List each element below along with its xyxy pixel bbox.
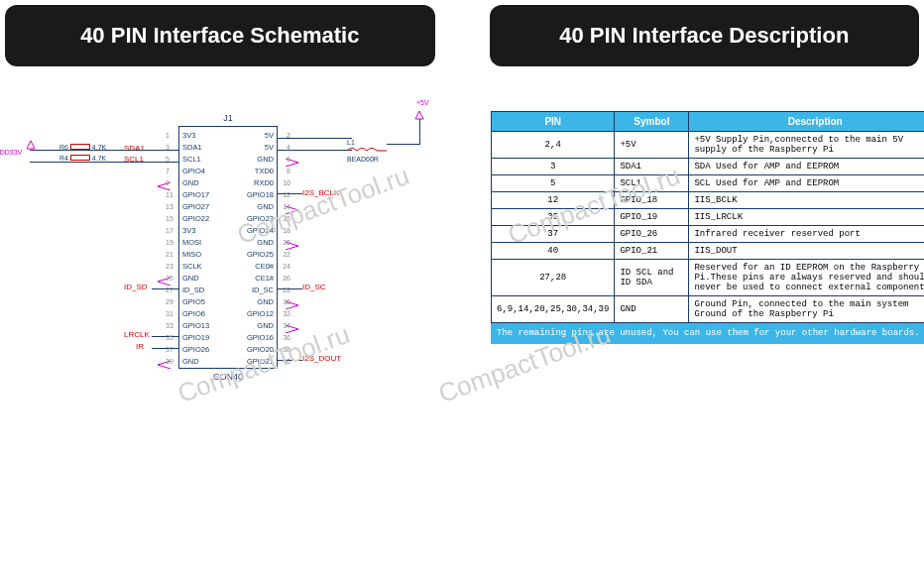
- header-schematic: 40 PIN Interface Schematic: [5, 5, 435, 66]
- pin-row: 13V35V2: [179, 129, 277, 141]
- table-row: 40GPIO_21IIS_DOUT: [492, 243, 925, 260]
- pin-row: 3SDA15V4: [179, 141, 277, 153]
- inductor-l1: L1 BEAD60R: [347, 139, 387, 163]
- table-row: 3SDA1SDA Used for AMP and EEPROM: [492, 159, 925, 175]
- note-cell: The remaining pins are unused, You can u…: [492, 323, 925, 344]
- pin-row: 27ID_SDID_SC28: [179, 284, 277, 295]
- net-sda1: SDA1: [124, 144, 145, 153]
- pin-row: 15GPIO22GPIO2316: [179, 212, 277, 224]
- pin-row: 21MISOGPIO2522: [179, 248, 277, 260]
- cell-symbol: SCL1: [615, 175, 689, 192]
- cell-desc: IIS_BCLK: [689, 192, 924, 209]
- wire: [419, 119, 420, 145]
- table-row: 35GPIO_19IIS_LRCLK: [492, 209, 925, 226]
- table-row: 2,4+5V+5V Supply Pin,connected to the ma…: [492, 132, 925, 159]
- cell-desc: IIS_DOUT: [689, 243, 924, 260]
- table-row: 37GPIO_26Infrared receiver reserved port: [492, 226, 925, 243]
- cell-pin: 37: [492, 226, 615, 243]
- cell-desc: Infrared receiver reserved port: [689, 226, 924, 243]
- net-id-sc: ID_SC: [302, 283, 326, 291]
- cell-symbol: SDA1: [615, 159, 689, 175]
- pin-row: 25GNDCE1#26: [179, 272, 277, 284]
- cell-pin: 12: [492, 192, 615, 209]
- table-row: 5SCL1SCL Used for AMP and EEPROM: [492, 175, 925, 192]
- pin-row: 35GPIO19GPIO1636: [179, 331, 277, 343]
- cell-symbol: GND: [615, 296, 689, 323]
- pin-row: 37GPIO26GPIO2038: [179, 343, 277, 355]
- net-lrclk: LRCLK: [124, 330, 150, 339]
- cell-pin: 27,28: [492, 260, 615, 296]
- table-row: 6,9,14,20,25,30,34,39GNDGround Pin, conn…: [492, 296, 925, 323]
- wire: [30, 150, 178, 151]
- description-panel: CompactTool.ru CompactTool.ru PIN Symbol…: [491, 111, 924, 389]
- pin-row: 39GNDGPIO2140: [179, 355, 277, 367]
- cell-desc: SDA Used for AMP and EEPROM: [689, 159, 924, 175]
- connector-type: CON40: [213, 372, 243, 382]
- cell-symbol: ID SCL and ID SDA: [615, 260, 689, 296]
- net-id-sd: ID_SD: [124, 283, 148, 291]
- cell-symbol: +5V: [615, 132, 689, 159]
- pin-row: 19MOSIGND20: [179, 236, 277, 248]
- cell-symbol: GPIO_19: [615, 209, 689, 226]
- pin-row: 5SCL1GND6: [179, 153, 277, 165]
- th-symbol: Symbol: [615, 112, 689, 132]
- cell-pin: 6,9,14,20,25,30,34,39: [492, 296, 615, 323]
- net-i2s-bclk: I2S_BCLK: [302, 188, 339, 197]
- connector-label: J1: [223, 113, 233, 123]
- cell-symbol: GPIO_26: [615, 226, 689, 243]
- pin-row: 13GPIO27GND14: [179, 200, 277, 212]
- th-desc: Description: [689, 112, 924, 132]
- header-description: 40 PIN Interface Description: [490, 5, 920, 66]
- cell-desc: SCL Used for AMP and EEPROM: [689, 175, 924, 192]
- cell-pin: 40: [492, 243, 615, 260]
- cell-symbol: GPIO_21: [615, 243, 689, 260]
- cell-pin: 35: [492, 209, 615, 226]
- cell-symbol: GPIO_18: [615, 192, 689, 209]
- cell-desc: Reserved for an ID EEPROM on the Raspber…: [689, 260, 924, 296]
- cell-pin: 2,4: [492, 132, 615, 159]
- table-row: 27,28ID SCL and ID SDAReserved for an ID…: [492, 260, 925, 296]
- th-pin: PIN: [492, 112, 615, 132]
- wire: [387, 144, 419, 145]
- pin-row: 7GPIO4TXD08: [179, 165, 277, 176]
- pin-row: 33GPIO13GND34: [179, 319, 277, 331]
- pin-row: 29GPIO5GND30: [179, 295, 277, 307]
- cell-pin: 3: [492, 159, 615, 175]
- table-note-row: The remaining pins are unused, You can u…: [492, 323, 925, 344]
- cell-desc: Ground Pin, connected to the main system…: [689, 296, 924, 323]
- power-5v-label: +5V: [416, 99, 429, 106]
- wire: [30, 162, 178, 163]
- pin-row: 31GPIO6GPIO1232: [179, 307, 277, 319]
- net-i2s-dout: I2S_DOUT: [302, 354, 341, 363]
- cell-pin: 5: [492, 175, 615, 192]
- schematic-panel: CompactTool.ru CompactTool.ru +5V VDD33V…: [5, 111, 461, 389]
- schematic-diagram: +5V VDD33V R6 4.7K R4 4.7K SDA1 SCL1 ID_…: [5, 111, 461, 389]
- pin-row: 11GPIO17GPIO1812: [179, 188, 277, 200]
- cell-desc: +5V Supply Pin,connected to the main 5V …: [689, 132, 924, 159]
- pin-row: 9GNDRXD010: [179, 176, 277, 188]
- pin-row: 173V3GPIO2418: [179, 224, 277, 236]
- pin-description-table: PIN Symbol Description 2,4+5V+5V Supply …: [491, 111, 924, 344]
- net-ir: IR: [136, 342, 144, 351]
- pin-row: 23SCLKCE0#24: [179, 260, 277, 272]
- cell-desc: IIS_LRCLK: [689, 209, 924, 226]
- power-3v3-label: VDD33V: [0, 149, 22, 156]
- resistor-r4: R4 4.7K: [59, 155, 106, 162]
- table-row: 12GPIO_18IIS_BCLK: [492, 192, 925, 209]
- connector-chip: J1 13V35V23SDA15V45SCL1GND67GPIO4TXD089G…: [178, 126, 278, 369]
